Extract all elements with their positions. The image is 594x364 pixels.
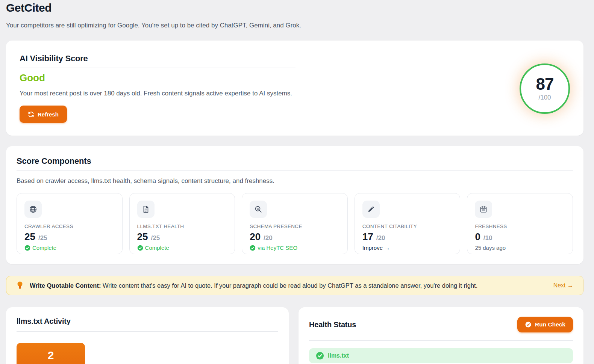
tip-banner: Write Quotable Content: Write content th… bbox=[6, 276, 583, 295]
tip-title: Write Quotable Content: bbox=[30, 282, 101, 289]
llmstxt-activity-card: llms.txt Activity 2 bbox=[6, 307, 289, 364]
stat-max: /25 bbox=[38, 234, 47, 242]
run-check-label: Run Check bbox=[535, 321, 565, 328]
health-status-card: Health Status Run Check llms.txt bbox=[299, 307, 583, 364]
health-card-header: Health Status Run Check bbox=[309, 316, 573, 333]
stat-value: 25 bbox=[24, 231, 35, 243]
stat-label: CRAWLER ACCESS bbox=[24, 224, 115, 229]
lightbulb-icon bbox=[16, 281, 24, 290]
bottom-section: llms.txt Activity 2 Health Status Run Ch… bbox=[6, 307, 583, 364]
stat-value: 0 bbox=[475, 231, 480, 243]
score-max: /100 bbox=[538, 94, 551, 101]
tip-body: Write content that's easy for AI to quot… bbox=[101, 282, 477, 289]
ai-visibility-score-card: AI Visibility Score Good Your most recen… bbox=[6, 41, 583, 136]
activity-bar: 2 bbox=[17, 343, 85, 364]
calendar-icon bbox=[475, 201, 492, 218]
run-check-button[interactable]: Run Check bbox=[517, 317, 573, 332]
check-badge-icon bbox=[525, 321, 532, 328]
components-grid: CRAWLER ACCESS 25 /25 Complete bbox=[17, 193, 573, 254]
page-title: GetCited bbox=[6, 1, 583, 15]
stat-card-content-citability: CONTENT CITABILITY 17 /20 Improve → bbox=[355, 193, 461, 254]
visibility-description: Your most recent post is over 180 days o… bbox=[20, 89, 295, 98]
check-circle-icon bbox=[316, 352, 324, 360]
health-item-label: llms.txt bbox=[328, 352, 349, 359]
stat-value: 17 bbox=[362, 231, 373, 243]
score-components-card: Score Components Based on crawler access… bbox=[6, 146, 583, 264]
stat-card-crawler-access: CRAWLER ACCESS 25 /25 Complete bbox=[17, 193, 123, 254]
improve-link[interactable]: Improve → bbox=[362, 245, 453, 251]
page-subtitle: Your competitors are still optimizing fo… bbox=[6, 21, 583, 30]
stat-status: Complete bbox=[24, 245, 115, 251]
stat-label: FRESHNESS bbox=[475, 224, 565, 229]
stat-label: SCHEMA PRESENCE bbox=[250, 224, 340, 229]
tip-next-link[interactable]: Next → bbox=[553, 282, 573, 289]
visibility-left-column: AI Visibility Score Good Your most recen… bbox=[20, 53, 295, 123]
stat-value: 25 bbox=[137, 231, 148, 243]
stat-value: 20 bbox=[250, 231, 261, 243]
visibility-card-title: AI Visibility Score bbox=[20, 53, 295, 64]
check-circle-icon bbox=[137, 245, 143, 251]
stat-status: via HeyTC SEO bbox=[250, 245, 340, 251]
divider bbox=[309, 340, 573, 341]
check-circle-icon bbox=[250, 245, 256, 251]
stat-max: /10 bbox=[483, 234, 492, 242]
health-card-title: Health Status bbox=[309, 320, 356, 329]
activity-card-title: llms.txt Activity bbox=[17, 316, 278, 326]
stat-label: LLMS.TXT HEALTH bbox=[137, 224, 227, 229]
search-icon bbox=[250, 201, 267, 218]
document-icon bbox=[137, 201, 155, 218]
refresh-button-label: Refresh bbox=[38, 111, 59, 118]
stat-card-schema-presence: SCHEMA PRESENCE 20 /20 via HeyTC SEO bbox=[242, 193, 348, 254]
stat-status: Complete bbox=[137, 245, 227, 251]
stat-card-freshness: FRESHNESS 0 /10 25 days ago bbox=[467, 193, 573, 254]
health-item-llmstxt: llms.txt bbox=[309, 348, 573, 363]
stat-status: 25 days ago bbox=[475, 245, 565, 251]
stat-card-llmstxt-health: LLMS.TXT HEALTH 25 /25 Complete bbox=[129, 193, 235, 254]
refresh-icon bbox=[28, 111, 34, 118]
visibility-status-label: Good bbox=[20, 72, 295, 84]
check-circle-icon bbox=[24, 245, 30, 251]
components-card-header: Score Components bbox=[17, 156, 573, 171]
pencil-icon bbox=[362, 201, 380, 218]
score-value: 87 bbox=[536, 76, 554, 92]
visibility-score-circle: 87 /100 bbox=[520, 63, 570, 114]
globe-icon bbox=[24, 201, 42, 218]
visibility-card-header: AI Visibility Score bbox=[20, 53, 295, 68]
refresh-button[interactable]: Refresh bbox=[20, 106, 67, 123]
stat-max: /20 bbox=[264, 234, 273, 242]
getcited-dashboard: GetCited Your competitors are still opti… bbox=[0, 0, 594, 364]
stat-label: CONTENT CITABILITY bbox=[362, 224, 453, 229]
stat-max: /20 bbox=[376, 234, 385, 242]
activity-card-header: llms.txt Activity bbox=[17, 316, 278, 332]
components-description: Based on crawler access, llms.txt health… bbox=[17, 177, 573, 186]
tip-text: Write Quotable Content: Write content th… bbox=[30, 282, 477, 289]
stat-max: /25 bbox=[151, 234, 160, 242]
components-card-title: Score Components bbox=[17, 156, 573, 166]
